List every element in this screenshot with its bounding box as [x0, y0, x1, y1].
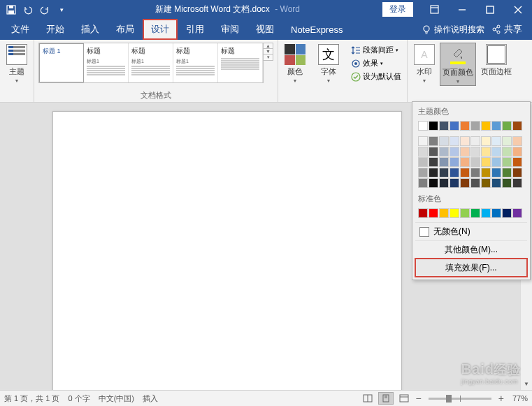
- color-swatch[interactable]: [481, 136, 491, 146]
- color-swatch[interactable]: [460, 178, 470, 188]
- color-swatch[interactable]: [418, 178, 428, 188]
- color-swatch[interactable]: [512, 147, 522, 157]
- print-layout-button[interactable]: [378, 392, 394, 405]
- tab-references[interactable]: 引用: [178, 19, 213, 40]
- gallery-down-button[interactable]: ▼: [264, 49, 273, 55]
- style-thumb-2[interactable]: 标题 标题1: [84, 43, 129, 82]
- color-swatch[interactable]: [439, 147, 449, 157]
- color-swatch[interactable]: [450, 178, 459, 188]
- ribbon-display-button[interactable]: [420, 0, 448, 19]
- status-words[interactable]: 0 个字: [68, 393, 89, 404]
- style-thumb-4[interactable]: 标题 标题1: [173, 43, 218, 82]
- color-swatch[interactable]: [460, 168, 470, 177]
- color-swatch[interactable]: [491, 157, 501, 167]
- color-swatch[interactable]: [481, 208, 491, 218]
- redo-button[interactable]: [36, 1, 53, 18]
- login-button[interactable]: 登录: [382, 2, 413, 17]
- color-swatch[interactable]: [512, 168, 522, 177]
- tell-me-search[interactable]: 操作说明搜索: [422, 24, 484, 36]
- themes-button[interactable]: 主题 ▼: [4, 43, 29, 85]
- color-swatch[interactable]: [512, 121, 522, 131]
- maximize-button[interactable]: [476, 0, 504, 19]
- color-swatch[interactable]: [418, 121, 428, 131]
- color-swatch[interactable]: [418, 208, 428, 218]
- color-swatch[interactable]: [512, 178, 522, 188]
- tab-view[interactable]: 视图: [247, 19, 282, 40]
- save-button[interactable]: [3, 1, 20, 18]
- color-swatch[interactable]: [429, 157, 438, 167]
- color-swatch[interactable]: [491, 121, 501, 131]
- web-layout-button[interactable]: [396, 392, 412, 405]
- style-thumb-5[interactable]: 标题: [218, 43, 263, 82]
- color-swatch[interactable]: [470, 121, 480, 131]
- color-swatch[interactable]: [512, 208, 522, 218]
- tab-insert[interactable]: 插入: [73, 19, 108, 40]
- fonts-button[interactable]: 文 字体 ▼: [316, 43, 341, 85]
- set-default-button[interactable]: 设为默认值: [350, 71, 403, 82]
- color-swatch[interactable]: [460, 208, 470, 218]
- color-swatch[interactable]: [450, 136, 459, 146]
- color-swatch[interactable]: [439, 136, 449, 146]
- color-swatch[interactable]: [502, 136, 512, 146]
- color-swatch[interactable]: [470, 168, 480, 177]
- tab-home[interactable]: 开始: [38, 19, 73, 40]
- color-swatch[interactable]: [439, 168, 449, 177]
- status-page[interactable]: 第 1 页，共 1 页: [4, 393, 59, 404]
- color-swatch[interactable]: [470, 157, 480, 167]
- paragraph-spacing-button[interactable]: 段落间距▾: [350, 44, 403, 56]
- color-swatch[interactable]: [481, 157, 491, 167]
- tab-file[interactable]: 文件: [3, 19, 38, 40]
- color-swatch[interactable]: [429, 168, 438, 177]
- color-swatch[interactable]: [481, 178, 491, 188]
- color-swatch[interactable]: [439, 157, 449, 167]
- color-swatch[interactable]: [450, 168, 459, 177]
- color-swatch[interactable]: [439, 178, 449, 188]
- read-mode-button[interactable]: [360, 392, 375, 405]
- watermark-button[interactable]: A 水印 ▼: [412, 43, 437, 86]
- no-color-item[interactable]: 无颜色(N): [415, 222, 527, 240]
- color-swatch[interactable]: [481, 168, 491, 177]
- color-swatch[interactable]: [429, 121, 438, 131]
- color-swatch[interactable]: [450, 157, 459, 167]
- page-color-button[interactable]: 页面颜色 ▼: [440, 43, 476, 86]
- color-swatch[interactable]: [502, 121, 512, 131]
- color-swatch[interactable]: [429, 136, 438, 146]
- color-swatch[interactable]: [491, 136, 501, 146]
- color-swatch[interactable]: [460, 136, 470, 146]
- color-swatch[interactable]: [460, 147, 470, 157]
- color-swatch[interactable]: [429, 178, 438, 188]
- color-swatch[interactable]: [418, 147, 428, 157]
- scroll-down-button[interactable]: ▼: [521, 378, 532, 390]
- color-swatch[interactable]: [429, 147, 438, 157]
- color-swatch[interactable]: [470, 208, 480, 218]
- style-thumb-1[interactable]: 标题 1: [39, 43, 84, 82]
- zoom-value[interactable]: 77%: [512, 394, 528, 403]
- color-swatch[interactable]: [512, 157, 522, 167]
- color-swatch[interactable]: [450, 147, 459, 157]
- status-language[interactable]: 中文(中国): [99, 393, 134, 404]
- color-swatch[interactable]: [460, 121, 470, 131]
- color-swatch[interactable]: [418, 168, 428, 177]
- zoom-slider[interactable]: [429, 398, 491, 400]
- document-page[interactable]: [52, 111, 402, 390]
- tab-design[interactable]: 设计: [143, 19, 178, 40]
- more-colors-item[interactable]: 其他颜色(M)...: [415, 240, 527, 259]
- tab-layout[interactable]: 布局: [108, 19, 143, 40]
- zoom-in-button[interactable]: +: [497, 393, 505, 404]
- color-swatch[interactable]: [418, 157, 428, 167]
- color-swatch[interactable]: [502, 168, 512, 177]
- page-border-button[interactable]: 页面边框: [479, 43, 514, 86]
- qat-customize-button[interactable]: ▾: [53, 1, 70, 18]
- color-swatch[interactable]: [502, 157, 512, 167]
- color-swatch[interactable]: [450, 121, 459, 131]
- fill-effects-item[interactable]: 填充效果(F)...: [415, 259, 527, 277]
- color-swatch[interactable]: [491, 168, 501, 177]
- color-swatch[interactable]: [429, 208, 438, 218]
- close-button[interactable]: [504, 0, 532, 19]
- color-swatch[interactable]: [491, 208, 501, 218]
- undo-button[interactable]: [20, 1, 36, 18]
- tab-noteexpress[interactable]: NoteExpress: [282, 19, 351, 40]
- color-swatch[interactable]: [502, 178, 512, 188]
- color-swatch[interactable]: [470, 136, 480, 146]
- gallery-up-button[interactable]: ▲: [264, 43, 273, 49]
